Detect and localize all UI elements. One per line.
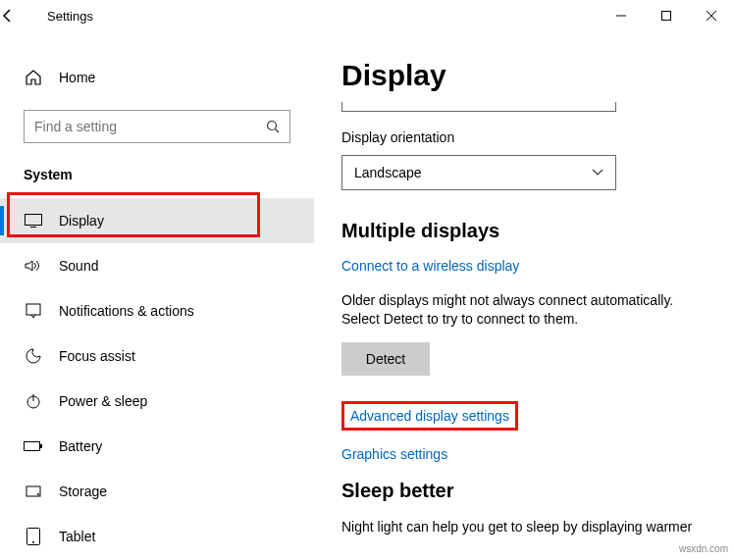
display-icon <box>24 214 43 228</box>
svg-rect-6 <box>26 215 42 226</box>
sidebar-item-label: Power & sleep <box>59 393 147 409</box>
sidebar-heading: System <box>0 159 314 198</box>
detect-button[interactable]: Detect <box>341 342 430 376</box>
svg-point-14 <box>37 493 39 495</box>
search-icon <box>266 120 280 133</box>
sleep-better-text: Night light can help you get to sleep by… <box>341 518 714 536</box>
sidebar-item-power-sleep[interactable]: Power & sleep <box>0 379 314 424</box>
sidebar-item-label: Sound <box>59 258 98 274</box>
power-icon <box>24 393 43 409</box>
orientation-label: Display orientation <box>341 129 714 145</box>
sidebar-item-battery[interactable]: Battery <box>0 424 314 469</box>
highlight-advanced: Advanced display settings <box>341 401 518 431</box>
sidebar-item-storage[interactable]: Storage <box>0 469 314 514</box>
home-icon <box>24 69 43 86</box>
svg-rect-12 <box>40 444 42 448</box>
sidebar-item-focus-assist[interactable]: Focus assist <box>0 333 314 379</box>
sidebar-item-notifications[interactable]: Notifications & actions <box>0 288 314 333</box>
minimize-button[interactable] <box>599 0 644 31</box>
svg-rect-1 <box>662 12 671 21</box>
sidebar-item-label: Battery <box>59 438 102 454</box>
orientation-value: Landscape <box>354 165 422 180</box>
sidebar-item-label: Display <box>59 213 104 229</box>
sleep-better-heading: Sleep better <box>341 480 714 502</box>
tablet-icon <box>24 528 43 545</box>
sidebar-item-display[interactable]: Display <box>0 198 314 243</box>
battery-icon <box>24 440 43 452</box>
multiple-displays-heading: Multiple displays <box>341 220 714 242</box>
maximize-button[interactable] <box>644 0 689 31</box>
sidebar-item-label: Storage <box>59 484 107 499</box>
chevron-down-icon <box>592 169 603 177</box>
svg-point-4 <box>268 122 277 130</box>
home-label: Home <box>59 70 95 85</box>
close-button[interactable] <box>689 0 734 31</box>
sidebar-item-tablet[interactable]: Tablet <box>0 514 314 559</box>
window-title: Settings <box>47 9 93 24</box>
svg-rect-8 <box>26 304 40 315</box>
advanced-display-link[interactable]: Advanced display settings <box>350 408 509 424</box>
notifications-icon <box>24 303 43 319</box>
svg-line-5 <box>276 129 280 133</box>
sidebar-item-sound[interactable]: Sound <box>0 243 314 288</box>
page-title: Display <box>341 59 714 92</box>
focus-assist-icon <box>24 348 43 364</box>
back-button[interactable] <box>0 8 47 24</box>
previous-control-edge <box>341 102 616 112</box>
sidebar-item-label: Tablet <box>59 529 95 544</box>
search-input[interactable] <box>24 110 290 143</box>
watermark: wsxdn.com <box>679 543 728 554</box>
older-displays-text: Older displays might not always connect … <box>341 291 714 329</box>
connect-wireless-link[interactable]: Connect to a wireless display <box>341 258 714 274</box>
sidebar: Home System Display Sound Notification <box>0 31 314 560</box>
main-content: Display Display orientation Landscape Mu… <box>314 31 734 560</box>
storage-icon <box>24 484 43 499</box>
sidebar-item-label: Focus assist <box>59 348 135 364</box>
sidebar-item-label: Notifications & actions <box>59 303 194 319</box>
search-field[interactable] <box>34 119 266 134</box>
home-nav[interactable]: Home <box>0 61 314 94</box>
orientation-dropdown[interactable]: Landscape <box>341 155 616 190</box>
graphics-settings-link[interactable]: Graphics settings <box>341 446 714 462</box>
svg-point-16 <box>32 541 34 543</box>
svg-rect-11 <box>25 442 40 451</box>
sound-icon <box>24 259 43 273</box>
